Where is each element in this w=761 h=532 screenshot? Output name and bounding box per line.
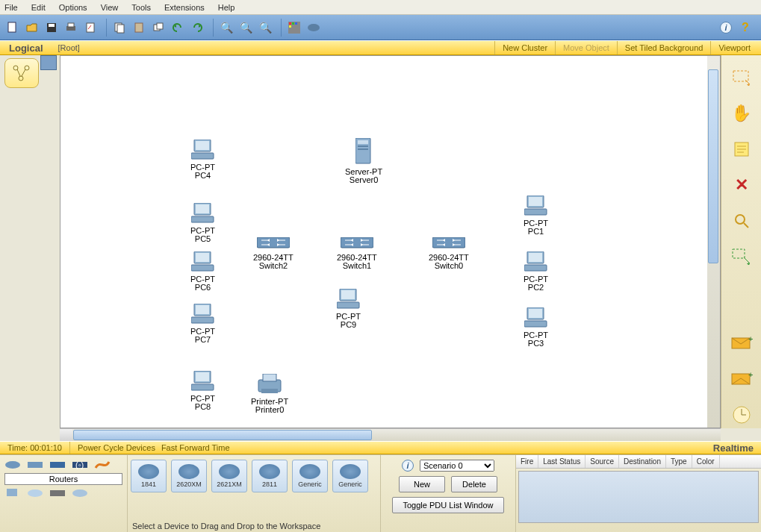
node-pc1[interactable]: PC-PTPC1 (524, 195, 548, 236)
undo-icon[interactable] (170, 19, 186, 36)
node-pc6[interactable]: PC-PTPC6 (190, 251, 215, 292)
svg-text:+: + (748, 372, 753, 379)
workspace-canvas[interactable]: PC-PTPC4PC-PTPC5PC-PTPC6PC-PTPC7PC-PTPC8… (60, 55, 721, 428)
save-icon[interactable] (43, 19, 60, 36)
svg-rect-4 (68, 23, 74, 27)
zoom-in-icon[interactable]: 🔍 (218, 19, 234, 36)
node-pc4[interactable]: PC-PTPC4 (190, 140, 215, 180)
select-tool-icon[interactable] (729, 67, 754, 88)
cat-custom-icon[interactable] (49, 488, 66, 498)
svg-text:(◦): (◦) (75, 460, 84, 469)
node-pc2[interactable]: PC-PTPC2 (524, 251, 548, 292)
svg-rect-12 (289, 22, 291, 25)
cat-end-icon[interactable] (4, 488, 21, 498)
viewport-button[interactable]: Viewport (710, 41, 761, 54)
node-printer0[interactable]: Printer-PTPrinter0 (251, 374, 288, 414)
pdu-col-source[interactable]: Source (585, 455, 619, 468)
menu-view[interactable]: View (101, 3, 119, 12)
scenario-info-icon[interactable]: i (402, 460, 414, 472)
menu-tools[interactable]: Tools (131, 3, 151, 12)
set-tiled-bg-button[interactable]: Set Tiled Background (617, 41, 711, 54)
move-object-button[interactable]: Move Object (555, 41, 617, 54)
logical-tab[interactable] (0, 55, 60, 428)
node-switch2[interactable]: 2960-24TTSwitch2 (253, 237, 293, 270)
node-pc9[interactable]: PC-PTPC9 (336, 289, 361, 329)
device-1841[interactable]: 1841 (131, 460, 167, 492)
cat-wireless-icon[interactable]: (◦) (72, 460, 88, 470)
node-pc7[interactable]: PC-PTPC7 (190, 304, 215, 344)
pdu-col-last-status[interactable]: Last Status (538, 455, 585, 468)
toggle-pdu-list-button[interactable]: Toggle PDU List Window (392, 497, 504, 513)
menu-options[interactable]: Options (59, 3, 87, 12)
menu-extensions[interactable]: Extensions (164, 3, 205, 12)
vertical-scrollbar[interactable] (707, 56, 720, 428)
delete-tool-icon[interactable]: ✕ (729, 175, 754, 195)
device-2811[interactable]: 2811 (252, 460, 288, 492)
new-cluster-button[interactable]: New Cluster (494, 41, 555, 54)
stack-icon[interactable] (150, 19, 167, 36)
device-icon[interactable] (305, 19, 322, 36)
device-2621xm[interactable]: 2621XM (211, 460, 247, 492)
cat-switches-icon[interactable] (27, 460, 43, 470)
realtime-tab-icon[interactable] (729, 404, 754, 425)
category-label: Routers (4, 473, 122, 485)
horizontal-scrollbar[interactable] (60, 428, 721, 441)
resize-tool-icon[interactable] (729, 246, 754, 267)
scenario-select[interactable]: Scenario 0 (420, 460, 494, 472)
pdu-controls: i Scenario 0 New Delete Toggle PDU List … (381, 455, 515, 532)
pdu-col-fire[interactable]: Fire (516, 455, 538, 468)
svg-point-64 (736, 215, 745, 224)
zoom-out-icon[interactable]: 🔍 (257, 19, 273, 36)
cat-multi-icon[interactable] (72, 488, 88, 498)
menu-file[interactable]: File (4, 3, 18, 12)
svg-point-16 (308, 24, 320, 31)
pdu-col-type[interactable]: Type (666, 455, 692, 468)
svg-rect-13 (292, 22, 294, 25)
pdu-col-destination[interactable]: Destination (619, 455, 666, 468)
hand-tool-icon[interactable]: ✋ (729, 103, 754, 124)
device-2620xm[interactable]: 2620XM (171, 460, 207, 492)
node-pc5[interactable]: PC-PTPC5 (190, 203, 215, 243)
redo-icon[interactable] (189, 19, 205, 36)
help-icon[interactable]: ? (737, 19, 754, 36)
scenario-new-button[interactable]: New (399, 476, 445, 492)
pdu-col-color[interactable]: Color (692, 455, 720, 468)
node-pc8[interactable]: PC-PTPC8 (190, 371, 215, 411)
paste-icon[interactable] (131, 19, 147, 36)
copy-icon[interactable] (111, 19, 128, 36)
wizard-icon[interactable] (82, 19, 99, 36)
pdu-table-body[interactable] (518, 471, 759, 523)
menu-edit[interactable]: Edit (31, 3, 46, 12)
zoom-reset-icon[interactable]: 🔍 (237, 19, 254, 36)
cat-hubs-icon[interactable] (49, 460, 66, 470)
inspect-tool-icon[interactable] (729, 210, 754, 231)
logical-nav-bar: Logical [Root] New Cluster Move Object S… (0, 40, 761, 55)
menu-help[interactable]: Help (218, 3, 235, 12)
breadcrumb-root[interactable]: [Root] (52, 43, 495, 52)
cat-connections-icon[interactable] (94, 460, 111, 470)
cat-routers-icon[interactable] (4, 460, 21, 470)
note-tool-icon[interactable] (729, 139, 754, 160)
device-generic[interactable]: Generic (292, 460, 328, 492)
add-simple-pdu-icon[interactable]: + (729, 333, 754, 354)
open-icon[interactable] (24, 19, 40, 36)
device-generic[interactable]: Generic (332, 460, 368, 492)
svg-rect-79 (7, 489, 17, 496)
pdu-table: FireLast StatusSourceDestinationTypeColo… (515, 455, 761, 532)
svg-rect-5 (87, 23, 94, 32)
print-icon[interactable] (63, 19, 79, 36)
palette-icon[interactable] (286, 19, 302, 36)
add-complex-pdu-icon[interactable]: + (729, 369, 754, 389)
node-switch0[interactable]: 2960-24TTSwitch0 (429, 237, 469, 270)
node-server0[interactable]: Server-PTServer0 (345, 138, 382, 184)
topology-links (60, 56, 285, 168)
fast-forward-button[interactable]: Fast Forward Time (161, 443, 230, 452)
power-cycle-button[interactable]: Power Cycle Devices (78, 443, 155, 452)
new-file-icon[interactable] (4, 19, 21, 36)
cat-wan-icon[interactable] (27, 488, 43, 498)
svg-text:+: + (748, 336, 753, 343)
node-pc3[interactable]: PC-PTPC3 (524, 307, 548, 348)
node-switch1[interactable]: 2960-24TTSwitch1 (337, 237, 377, 270)
info-icon[interactable]: i (718, 19, 734, 36)
scenario-delete-button[interactable]: Delete (451, 476, 497, 492)
